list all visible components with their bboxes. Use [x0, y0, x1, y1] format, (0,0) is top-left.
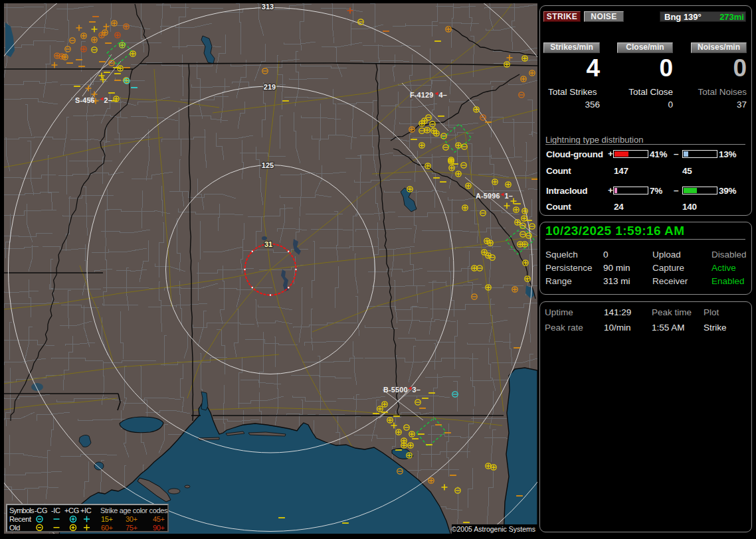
svg-text:219: 219: [264, 83, 276, 91]
svg-text:1–: 1–: [505, 192, 513, 200]
svg-text:S-456: S-456: [75, 96, 95, 104]
svg-text:2–: 2–: [104, 96, 112, 104]
svg-text:3–: 3–: [413, 386, 421, 394]
svg-text:31: 31: [264, 240, 272, 248]
svg-text:B-5500: B-5500: [383, 386, 408, 394]
svg-text:125: 125: [262, 161, 274, 169]
svg-text:313: 313: [262, 3, 274, 11]
svg-text:4–: 4–: [439, 91, 447, 99]
svg-text:©2005 Astrogenic Systems: ©2005 Astrogenic Systems: [452, 525, 535, 533]
svg-text:F-4129: F-4129: [410, 91, 433, 99]
svg-text:A-5996: A-5996: [476, 192, 500, 200]
